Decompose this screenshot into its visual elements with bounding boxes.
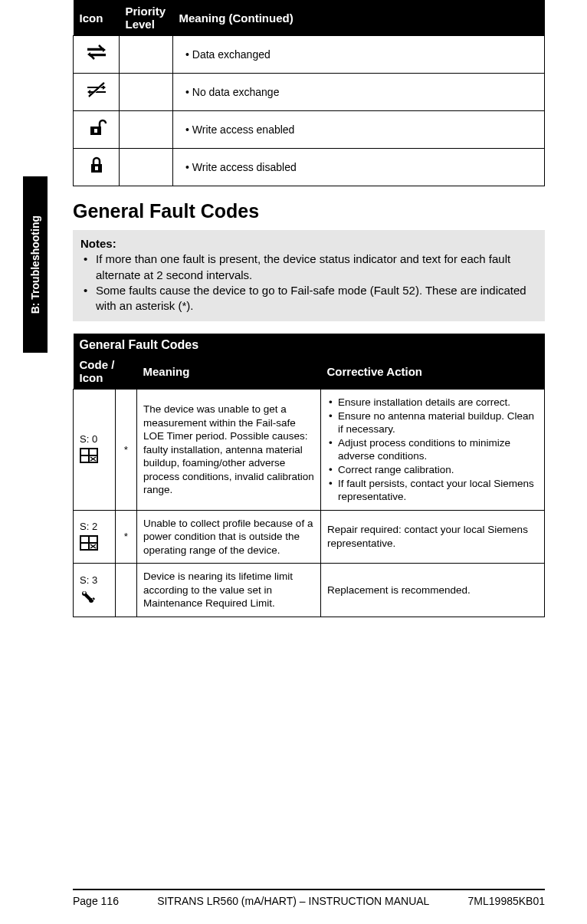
- notes-title: Notes:: [80, 237, 116, 250]
- fault-code-cell: S: 3: [74, 564, 116, 617]
- action-item: Ensure no antenna material buildup. Clea…: [327, 409, 538, 436]
- svg-line-0: [89, 83, 104, 97]
- locked-icon: [74, 149, 120, 186]
- fault-x-icon: [80, 535, 109, 553]
- priority-cell: [120, 111, 173, 149]
- svg-rect-8: [90, 449, 97, 455]
- svg-rect-16: [81, 544, 88, 549]
- section-heading: General Fault Codes: [73, 200, 545, 222]
- table-row: Data exchanged: [74, 36, 545, 74]
- col-header-meaning: Meaning: [137, 353, 321, 390]
- meaning-cell: Write access disabled: [173, 149, 545, 186]
- svg-rect-14: [81, 537, 88, 542]
- meaning-cell: Write access enabled: [173, 111, 545, 149]
- table-row: S: 0 * The device was unable to get a me…: [74, 390, 545, 510]
- asterisk-cell: *: [116, 510, 137, 564]
- meaning-cell: No data exchange: [173, 74, 545, 111]
- fault-meaning-cell: The device was unable to get a measureme…: [137, 390, 321, 510]
- notes-box: Notes: If more than one fault is present…: [73, 230, 545, 321]
- meaning-cell: Data exchanged: [173, 36, 545, 74]
- svg-rect-7: [81, 449, 88, 455]
- fault-code-cell: S: 0: [74, 390, 116, 510]
- table-row: Write access enabled: [74, 111, 545, 149]
- fault-action-cell: Repair required: contact your local Siem…: [321, 510, 545, 564]
- data-exchange-icon: [74, 36, 120, 74]
- wrench-icon: [80, 589, 109, 607]
- priority-cell: [120, 149, 173, 186]
- page-footer: Page 116 SITRANS LR560 (mA/HART) – INSTR…: [73, 889, 545, 907]
- fault-meaning-cell: Device is nearing its lifetime limit acc…: [137, 564, 321, 617]
- asterisk-cell: *: [116, 390, 137, 510]
- svg-line-1: [90, 84, 105, 97]
- fault-action-cell: Ensure installation details are correct.…: [321, 390, 545, 510]
- unlocked-icon: [74, 111, 120, 149]
- svg-rect-9: [81, 456, 88, 462]
- col-header-code: Code / Icon: [74, 353, 137, 390]
- action-item: Adjust process conditions to minimize ad…: [327, 436, 538, 463]
- fault-table-title: General Fault Codes: [74, 334, 545, 353]
- side-tab: B: Troubleshooting: [23, 176, 48, 353]
- fault-action-cell: Replacement is recommended.: [321, 564, 545, 617]
- fault-code-text: S: 2: [80, 521, 109, 534]
- no-data-exchange-icon: [74, 74, 120, 111]
- priority-cell: [120, 36, 173, 74]
- priority-cell: [120, 74, 173, 111]
- fault-code-cell: S: 2: [74, 510, 116, 564]
- table-row: Write access disabled: [74, 149, 545, 186]
- action-item: Correct range calibration.: [327, 463, 538, 477]
- footer-page: Page 116: [73, 895, 119, 907]
- table-row: S: 2 * Unable to collect profile because…: [74, 510, 545, 564]
- action-item: If fault persists, contact your local Si…: [327, 477, 538, 504]
- footer-doc: 7ML19985KB01: [468, 895, 545, 907]
- col-header-meaning: Meaning (Continued): [173, 0, 545, 36]
- col-header-action: Corrective Action: [321, 353, 545, 390]
- fault-x-icon: [80, 448, 109, 465]
- svg-rect-15: [90, 537, 97, 542]
- side-tab-label: B: Troubleshooting: [29, 215, 41, 314]
- fault-meaning-cell: Unable to collect profile because of a p…: [137, 510, 321, 564]
- fault-codes-table: General Fault Codes Code / Icon Meaning …: [73, 334, 545, 617]
- asterisk-cell: [116, 564, 137, 617]
- table-row: No data exchange: [74, 74, 545, 111]
- fault-code-text: S: 3: [80, 574, 109, 587]
- svg-rect-5: [95, 166, 98, 170]
- note-item: Some faults cause the device to go to Fa…: [80, 283, 537, 314]
- action-item: Ensure installation details are correct.: [327, 396, 538, 409]
- col-header-priority: Priority Level: [120, 0, 173, 36]
- svg-rect-3: [94, 129, 97, 133]
- fault-code-text: S: 0: [80, 433, 109, 446]
- icon-meaning-table: Icon Priority Level Meaning (Continued) …: [73, 0, 545, 186]
- col-header-icon: Icon: [74, 0, 120, 36]
- note-item: If more than one fault is present, the d…: [80, 252, 537, 283]
- table-row: S: 3 Device is nearing its lifetime limi…: [74, 564, 545, 617]
- footer-title: SITRANS LR560 (mA/HART) – INSTRUCTION MA…: [157, 895, 429, 907]
